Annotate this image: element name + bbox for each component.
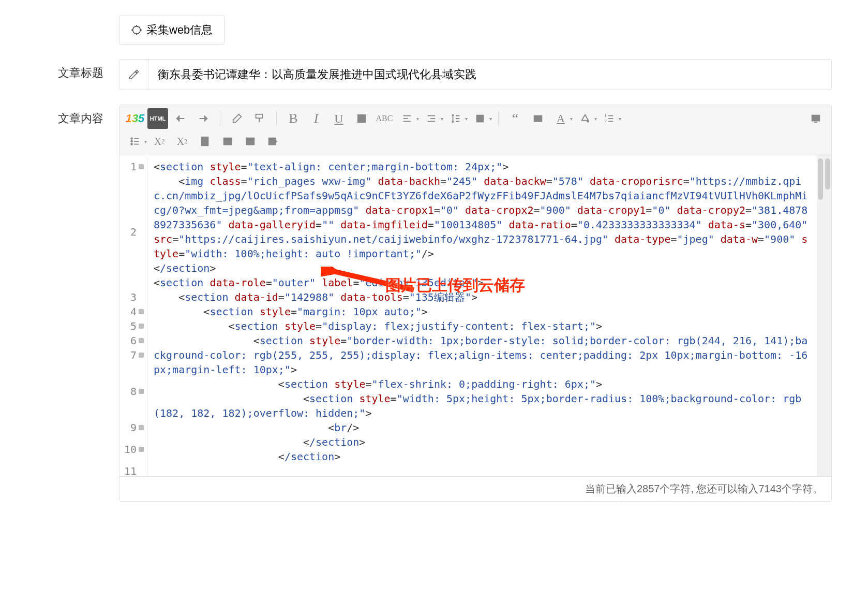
article-title-input[interactable] [148, 60, 831, 90]
insert-image-button[interactable] [528, 108, 548, 129]
font-color-button[interactable]: A [351, 108, 372, 129]
superscript-button[interactable]: X2 [149, 131, 170, 152]
underline-button[interactable]: U [328, 108, 349, 129]
paragraph-button[interactable] [470, 108, 490, 129]
svg-text:1: 1 [605, 113, 607, 118]
indent-button[interactable] [421, 108, 442, 129]
collect-web-button[interactable]: 采集web信息 [119, 16, 225, 45]
text-color-button[interactable]: A [550, 108, 571, 129]
table-button[interactable] [240, 131, 261, 152]
dropdown-icon: ▾ [441, 116, 443, 122]
form-container: 采集web信息 文章标题 文章内容 135 [0, 0, 868, 532]
dropdown-icon: ▾ [465, 116, 468, 122]
dropdown-icon: ▾ [489, 116, 492, 122]
title-input-group [119, 59, 832, 90]
italic-button[interactable]: I [306, 108, 326, 129]
quote-button[interactable]: “ [505, 108, 526, 129]
separator [498, 111, 499, 126]
title-row: 文章标题 [36, 59, 832, 90]
dropdown-icon: ▾ [619, 116, 621, 122]
svg-point-26 [131, 141, 132, 142]
svg-rect-5 [256, 114, 263, 118]
pencil-icon [128, 69, 140, 80]
edit-icon-box[interactable] [119, 60, 148, 90]
svg-point-27 [131, 143, 132, 145]
article-content-label: 文章内容 [36, 105, 119, 126]
eraser-button[interactable] [227, 108, 247, 129]
image-upload-button[interactable] [263, 131, 283, 152]
collect-web-label: 采集web信息 [146, 22, 213, 38]
svg-text:A: A [360, 116, 365, 123]
crosshair-icon [131, 24, 142, 36]
bullet-list-button[interactable] [125, 131, 145, 152]
dropdown-icon: ▾ [416, 116, 419, 122]
separator [220, 111, 220, 126]
video-button[interactable] [217, 131, 238, 152]
attachment-button[interactable] [194, 131, 215, 152]
subscript-button[interactable]: X2 [172, 131, 192, 152]
empty-label [36, 16, 119, 22]
dropdown-icon: ▾ [144, 139, 147, 144]
bold-button[interactable]: B [283, 108, 304, 129]
svg-point-18 [587, 121, 589, 123]
dropdown-icon: ▾ [570, 116, 573, 122]
fullscreen-button[interactable] [805, 108, 826, 129]
svg-rect-24 [812, 115, 820, 121]
line-number-gutter: 1 2 3 4 5 6 7 8 9 10 11 12 13 [119, 155, 147, 476]
strikethrough-button[interactable]: ABC [374, 108, 395, 129]
ordered-list-button[interactable]: 12 [599, 108, 620, 129]
inner-scrollbar[interactable] [817, 155, 824, 476]
editor-logo-135[interactable]: 135 [125, 108, 145, 129]
outer-scrollbar[interactable] [824, 155, 831, 476]
char-count-status: 当前已输入2857个字符, 您还可以输入7143个字符。 [119, 476, 831, 501]
svg-rect-31 [202, 137, 208, 146]
svg-point-0 [133, 26, 141, 34]
editor-toolbar: 135 HTML B I U A ABC ▾ ▾ [119, 105, 831, 155]
redo-button[interactable] [193, 108, 214, 129]
dropdown-icon: ▾ [594, 116, 597, 122]
annotation-text: 图片已上传到云储存 [385, 274, 525, 296]
html-source-button[interactable]: HTML [147, 108, 168, 129]
bg-color-button[interactable] [575, 108, 595, 129]
separator [276, 111, 277, 126]
svg-text:2: 2 [605, 119, 607, 123]
code-content[interactable]: <section style="text-align: center;margi… [147, 155, 817, 476]
collect-row: 采集web信息 [36, 16, 832, 45]
article-title-label: 文章标题 [36, 59, 119, 81]
align-button[interactable] [397, 108, 417, 129]
format-paint-button[interactable] [249, 108, 270, 129]
line-height-button[interactable] [445, 108, 466, 129]
svg-point-25 [131, 138, 132, 139]
undo-button[interactable] [170, 108, 191, 129]
html-source-view[interactable]: 1 2 3 4 5 6 7 8 9 10 11 12 13 <sect [119, 155, 831, 476]
content-row: 文章内容 135 HTML B I U [36, 105, 832, 502]
rich-text-editor: 135 HTML B I U A ABC ▾ ▾ [119, 105, 832, 502]
